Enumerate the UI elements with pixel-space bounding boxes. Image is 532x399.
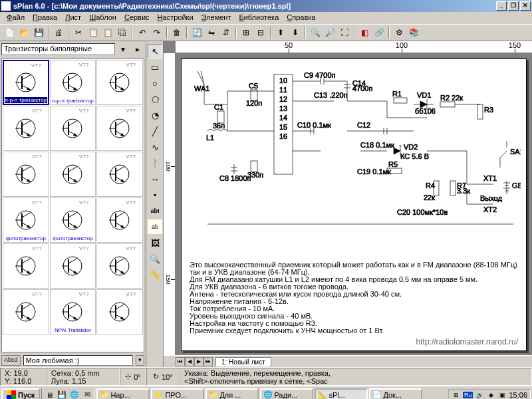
back-button[interactable]: ⬇ (289, 26, 302, 39)
palette-item[interactable]: VT? (96, 243, 143, 289)
pointer-tool[interactable]: ↖ (148, 44, 162, 59)
palette-item[interactable]: VT? (3, 289, 49, 334)
palette-dropdown-button[interactable]: ▾ (136, 355, 144, 366)
palette-item[interactable]: VT? (96, 198, 143, 243)
text-label-tool[interactable]: abI (148, 203, 162, 218)
circle-tool[interactable]: ○ (148, 76, 162, 90)
zoom-in-button[interactable]: 🔍 (309, 26, 322, 39)
page-tab[interactable]: 1: Новый лист (215, 357, 271, 366)
palette-item[interactable]: VT?n-p-n транзистор (3, 60, 49, 105)
task-button[interactable]: ⭐ПРО... (151, 388, 204, 399)
redo-button[interactable]: ↷ (150, 26, 164, 39)
palette-item[interactable]: VT? (96, 289, 143, 334)
group-button[interactable]: ⊞ (239, 26, 253, 39)
palette-item[interactable]: VT? (3, 106, 49, 151)
palette-item[interactable]: VT? (50, 243, 96, 289)
palette-item[interactable]: VT?фототранзистор (50, 198, 96, 243)
palette-item[interactable]: VT? (96, 106, 143, 151)
bezier-tool[interactable]: ⦚ (148, 156, 162, 170)
mirror-h-button[interactable]: ⇋ (205, 26, 218, 39)
minimize-button[interactable]: _ (496, 1, 507, 11)
ql-mail-icon[interactable]: ✉ (81, 388, 93, 400)
rotate-icon[interactable]: ↻ (153, 372, 159, 381)
menu-Справка[interactable]: Справка (283, 13, 319, 23)
duplicate-button[interactable]: ⿻ (116, 26, 129, 39)
save-button[interactable]: 💾 (32, 26, 45, 39)
zoom-fit-button[interactable]: ⛶ (338, 26, 351, 39)
open-button[interactable]: 📂 (17, 26, 31, 39)
palette-label-button[interactable]: Abcd (1, 355, 21, 366)
menu-Элемент[interactable]: Элемент (198, 13, 235, 23)
start-button[interactable]: Пуск (1, 388, 40, 400)
front-button[interactable]: ⬆ (274, 26, 287, 39)
snap-icon[interactable]: ⊹ (125, 372, 131, 381)
cut-button[interactable]: ✂ (72, 26, 85, 39)
tray-icon[interactable]: ⊞ (452, 390, 461, 400)
palette-item[interactable]: VT? (3, 152, 49, 197)
palette-item[interactable]: VT? (3, 243, 49, 289)
task-button[interactable]: 📄Док... (369, 388, 422, 399)
task-button[interactable]: 📁Для ... (205, 388, 259, 399)
task-button[interactable]: 📁Нар... (96, 388, 150, 399)
image-tool[interactable]: 🖼 (148, 235, 162, 250)
print-button[interactable]: 🖨 (52, 26, 65, 39)
palette-footer-input[interactable]: Моя любимая :) (23, 355, 133, 366)
ungroup-button[interactable]: ⊟ (254, 26, 267, 39)
language-indicator[interactable]: Ru (463, 392, 473, 398)
zoom-tool[interactable]: 🔍 (148, 251, 162, 266)
rotate-button[interactable]: 🔄 (190, 26, 203, 39)
tab-last-button[interactable]: ⏭ (203, 357, 213, 366)
menu-Шаблон[interactable]: Шаблон (85, 13, 120, 23)
task-button[interactable]: 🌐Ради... (260, 388, 313, 399)
tray-app2-icon[interactable]: ▣ (497, 390, 507, 400)
category-select[interactable]: Транзисторы биполярные (1, 43, 115, 55)
undo-button[interactable]: ↶ (136, 26, 149, 39)
menu-Сервис[interactable]: Сервис (120, 13, 154, 23)
category-next-icon[interactable]: ▸ (131, 43, 144, 56)
delete-button[interactable]: 🗑 (170, 26, 184, 39)
menu-Файл[interactable]: Файл (3, 13, 29, 23)
mirror-v-button[interactable]: ⇵ (219, 26, 233, 39)
close-button[interactable]: ✕ (520, 1, 531, 11)
ql-desktop-icon[interactable]: 🖥 (43, 388, 55, 400)
rectangle-tool[interactable]: ▭ (148, 60, 162, 74)
menu-Библиотека[interactable]: Библиотека (235, 13, 283, 23)
line-tool[interactable]: ╱ (148, 124, 162, 138)
new-button[interactable]: 📄 (3, 26, 16, 39)
curve-tool[interactable]: ∿ (148, 140, 162, 154)
zoom-out-button[interactable]: 🔎 (323, 26, 336, 39)
palette-item[interactable]: VT? (50, 152, 96, 197)
tray-app-icon[interactable]: ◆ (486, 390, 495, 400)
menu-Лист[interactable]: Лист (61, 13, 85, 23)
maximize-button[interactable]: ❐ (508, 1, 519, 11)
palette-item[interactable]: VT?NPN-Transistor (50, 289, 96, 334)
palette-item[interactable]: VT?фототранзистор (3, 198, 49, 243)
palette-item[interactable]: VT? (50, 106, 96, 151)
menu-Правка[interactable]: Правка (29, 13, 61, 23)
palette-item[interactable]: VT? (96, 60, 143, 105)
paste-button[interactable]: 📋 (101, 26, 114, 39)
tab-prev-button[interactable]: ◀ (185, 357, 194, 366)
relink-button[interactable]: 🔗 (372, 26, 386, 39)
task-button[interactable]: 📐sPl... (315, 388, 368, 399)
node-tool[interactable]: • (148, 188, 162, 202)
canvas-viewport[interactable]: WA1 10 11 12 13 14 15 16 (176, 53, 532, 355)
palette-item[interactable]: VT? (96, 152, 143, 197)
dimension-tool[interactable]: ↔ (148, 172, 162, 186)
library-button[interactable]: 📚 (407, 26, 420, 39)
tab-first-button[interactable]: ⏮ (176, 357, 185, 366)
drawing-page[interactable]: WA1 10 11 12 13 14 15 16 (181, 59, 527, 351)
options-button[interactable]: ⚙ (392, 26, 406, 39)
menu-Настройки[interactable]: Настройки (154, 13, 198, 23)
text-tool[interactable]: ab (148, 219, 162, 234)
tray-volume-icon[interactable]: 🔊 (475, 390, 484, 400)
polygon-tool[interactable]: ⬠ (148, 92, 162, 106)
ql-save-icon[interactable]: 💾 (56, 388, 68, 400)
tray-clock[interactable]: 15:06 (509, 391, 527, 399)
tab-next-button[interactable]: ▶ (194, 357, 203, 366)
ql-ie-icon[interactable]: 🌐 (68, 388, 80, 400)
copy-button[interactable]: 📋 (86, 26, 100, 39)
special-tool[interactable]: ◔ (148, 108, 162, 122)
measure-tool[interactable]: 📏 (148, 267, 162, 282)
category-dropdown-icon[interactable]: ▾ (116, 43, 130, 56)
